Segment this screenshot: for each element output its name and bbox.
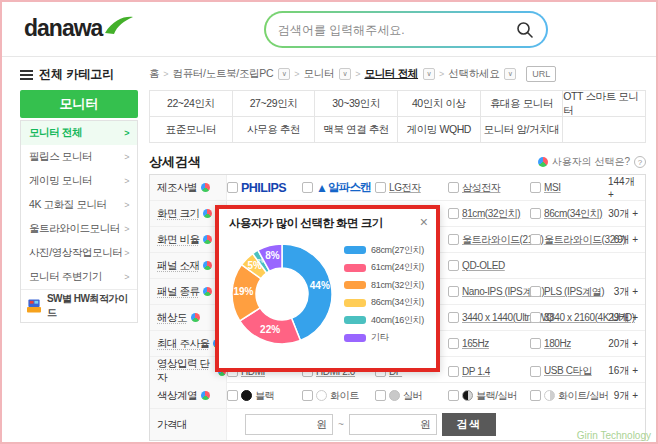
filter-option-label[interactable]: MSI <box>544 182 561 193</box>
breadcrumb-separator: > <box>163 69 168 79</box>
chevron-down-icon[interactable]: ∨ <box>504 68 516 80</box>
checkbox[interactable] <box>448 286 459 297</box>
checkbox[interactable] <box>375 390 386 401</box>
quick-link-1-4[interactable]: 모니터 암/거치대 <box>481 117 564 143</box>
checkbox[interactable] <box>530 312 541 323</box>
price-max-field[interactable] <box>355 419 415 430</box>
alphascan-logo[interactable]: ▲알파스캔 <box>316 180 371 195</box>
philips-logo[interactable]: PHILIPS <box>241 181 286 195</box>
filter-option-label[interactable]: 화이트/실버 <box>558 389 608 403</box>
filter-count-8: 9개 + <box>608 383 645 408</box>
quick-link-empty <box>563 117 646 143</box>
chevron-right-icon: > <box>124 248 129 258</box>
search-icon[interactable] <box>516 21 534 39</box>
checkbox[interactable] <box>530 366 541 377</box>
filter-option-label[interactable]: LG전자 <box>389 181 421 195</box>
filter-option-label[interactable]: 삼성전자 <box>462 181 500 195</box>
filter-option-label[interactable]: 86cm(34인치) <box>544 207 602 221</box>
filter-option-label[interactable]: 실버 <box>403 389 422 403</box>
breadcrumb-separator: > <box>355 69 360 79</box>
checkbox[interactable] <box>448 208 459 219</box>
quick-link-1-3[interactable]: 게이밍 WQHD <box>398 117 481 143</box>
sidebar-item-5[interactable]: 사진/영상작업모니터> <box>21 241 137 265</box>
sidebar-item-2[interactable]: 게이밍 모니터> <box>21 169 137 193</box>
sidebar-item-label: 게이밍 모니터 <box>29 174 92 188</box>
url-button[interactable]: URL <box>526 66 556 82</box>
checkbox[interactable] <box>448 260 459 271</box>
filter-label-text: 해상도 <box>157 311 187 325</box>
sidebar-item-4[interactable]: 울트라와이드모니터> <box>21 217 137 241</box>
checkbox[interactable] <box>530 234 541 245</box>
checkbox[interactable] <box>448 366 459 377</box>
filter-option-label[interactable]: 165Hz <box>462 338 489 349</box>
filter-option-6-4: 180Hz <box>530 331 608 356</box>
checkbox[interactable] <box>530 338 541 349</box>
sidebar-item-3[interactable]: 4K 고화질 모니터> <box>21 193 137 217</box>
legend-swatch-icon <box>344 264 366 272</box>
filter-option-label[interactable]: 81cm(32인치) <box>462 207 520 221</box>
legend-item-4: 40cm(16인치) <box>344 314 424 327</box>
filter-option-label[interactable]: DP 1.4 <box>462 366 490 377</box>
quick-link-1-2[interactable]: 맥북 연결 추천 <box>315 117 398 143</box>
price-search-button[interactable]: 검색 <box>442 413 496 436</box>
price-min-field[interactable] <box>251 419 311 430</box>
checkbox[interactable] <box>448 338 459 349</box>
quick-link-0-5[interactable]: OTT 스마트 모니터 <box>563 91 646 117</box>
sidebar-item-sw-hw-guide[interactable]: SW별 HW최적가이드 <box>21 289 137 322</box>
category-button-monitor[interactable]: 모니터 <box>20 90 138 118</box>
quick-link-0-4[interactable]: 휴대용 모니터 <box>481 91 564 117</box>
sidebar-item-1[interactable]: 필립스 모니터> <box>21 145 137 169</box>
checkbox[interactable] <box>448 182 459 193</box>
search-input[interactable] <box>278 23 516 37</box>
filter-option-label[interactable]: 블랙 <box>255 389 274 403</box>
sidebar-item-6[interactable]: 모니터 주변기기> <box>21 265 137 289</box>
checkbox[interactable] <box>448 234 459 245</box>
quick-link-0-1[interactable]: 27~29인치 <box>233 91 316 117</box>
checkbox[interactable] <box>375 182 386 193</box>
checkbox[interactable] <box>448 312 459 323</box>
filter-option-label[interactable]: USB C타입 <box>544 364 592 378</box>
filter-option-label[interactable]: 180Hz <box>544 338 571 349</box>
filter-option-0-3: 삼성전자 <box>448 175 530 200</box>
checkbox[interactable] <box>530 182 541 193</box>
checkbox[interactable] <box>227 390 238 401</box>
filter-option-label[interactable]: 블랙/실버 <box>476 389 517 403</box>
checkbox[interactable] <box>448 390 459 401</box>
chevron-right-icon: > <box>124 224 129 234</box>
breadcrumb-home[interactable]: 홈 <box>149 67 159 81</box>
detail-search-header: 상세검색 사용자의 선택은? ? <box>149 153 646 171</box>
filter-option-4-4: PLS (IPS계열) <box>530 279 608 304</box>
chevron-down-icon[interactable]: ∨ <box>339 68 351 80</box>
breadcrumb-item-2[interactable]: 모니터 전체 <box>364 67 418 81</box>
checkbox[interactable] <box>530 390 541 401</box>
popup-body: 44%22%19%5%2%8% 68cm(27인치)61cm(24인치)81cm… <box>219 231 436 355</box>
quick-link-0-0[interactable]: 22~24인치 <box>150 91 233 117</box>
sidebar-footer-label: SW별 HW최적가이드 <box>47 292 131 320</box>
help-icon[interactable]: ? <box>634 156 646 168</box>
checkbox[interactable] <box>302 182 313 193</box>
breadcrumb-item-3[interactable]: 선택하세요 <box>448 67 499 81</box>
quick-link-0-2[interactable]: 30~39인치 <box>315 91 398 117</box>
quick-link-0-3[interactable]: 40인치 이상 <box>398 91 481 117</box>
chevron-down-icon[interactable]: ∨ <box>278 68 290 80</box>
sidebar-item-label: 필립스 모니터 <box>29 150 92 164</box>
checkbox[interactable] <box>530 286 541 297</box>
filter-option-label[interactable]: QD-OLED <box>462 260 505 271</box>
silver-swatch-icon <box>389 390 400 401</box>
filter-option-label[interactable]: 화이트 <box>330 389 359 403</box>
danawa-logo[interactable]: danawa <box>24 15 134 41</box>
checkbox[interactable] <box>530 208 541 219</box>
quick-link-1-1[interactable]: 사무용 추천 <box>233 117 316 143</box>
close-icon[interactable]: × <box>420 216 428 228</box>
quick-link-1-0[interactable]: 표준모니터 <box>150 117 233 143</box>
chevron-down-icon[interactable]: ∨ <box>423 68 435 80</box>
filter-option-2-3: 울트라와이드(21:9) <box>448 227 530 252</box>
checkbox[interactable] <box>227 182 238 193</box>
breadcrumb-item-0[interactable]: 컴퓨터/노트북/조립PC <box>172 67 273 81</box>
filter-option-label[interactable]: PLS (IPS계열) <box>544 285 604 299</box>
checkbox[interactable] <box>302 390 313 401</box>
all-categories[interactable]: 전체 카테고리 <box>20 66 114 83</box>
price-label-text: 가격대 <box>157 418 187 432</box>
breadcrumb-item-1[interactable]: 모니터 <box>304 67 335 81</box>
sidebar-item-0[interactable]: 모니터 전체> <box>21 121 137 145</box>
